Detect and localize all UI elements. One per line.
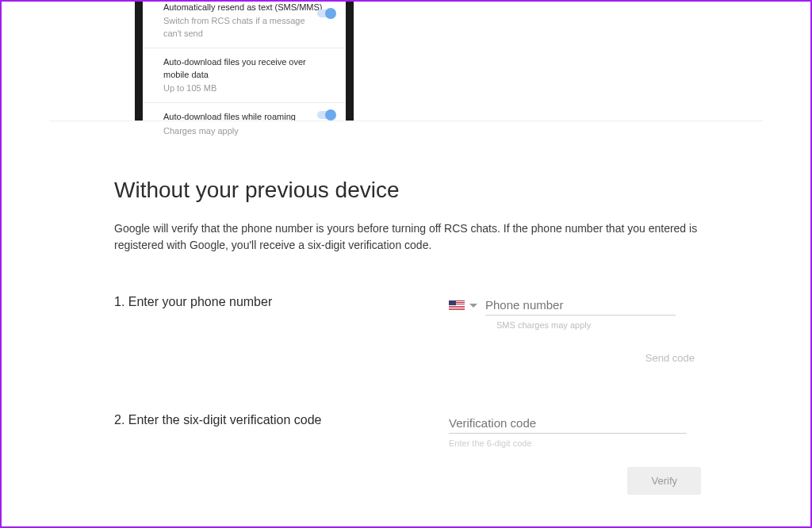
us-flag-icon[interactable] — [449, 300, 465, 310]
step2-label: 2. Enter the six-digit verification code — [114, 413, 449, 427]
chevron-down-icon[interactable] — [469, 304, 477, 308]
phone-field-group: SMS charges may apply Send code — [449, 295, 701, 369]
step-1: 1. Enter your phone number SMS charges m… — [114, 295, 701, 369]
step1-label: 1. Enter your phone number — [114, 295, 449, 309]
phone-mockup: Automatically resend as text (SMS/MMS) S… — [135, 2, 354, 121]
toggle-switch[interactable] — [317, 10, 335, 17]
setting-sub: Charges may apply — [163, 125, 306, 137]
section-description: Google will verify that the phone number… — [114, 220, 701, 254]
step-2: 2. Enter the six-digit verification code… — [114, 413, 701, 495]
code-field-group: Enter the 6-digit code Verify — [449, 413, 701, 495]
phone-helper-text: SMS charges may apply — [496, 320, 701, 330]
setting-sub: Up to 105 MB — [163, 82, 306, 94]
code-helper-text: Enter the 6-digit code — [449, 438, 701, 448]
send-code-button[interactable]: Send code — [639, 347, 701, 369]
verify-button[interactable]: Verify — [627, 467, 701, 495]
verification-code-input[interactable] — [449, 413, 687, 434]
setting-sub: Switch from RCS chats if a message can't… — [163, 15, 306, 40]
setting-title: Auto-download files you receive over mob… — [163, 56, 333, 81]
main-content: Without your previous device Google will… — [114, 178, 701, 495]
setting-title: Automatically resend as text (SMS/MMS) — [163, 2, 333, 13]
phone-input[interactable] — [485, 295, 676, 316]
setting-title: Auto-download files while roaming — [163, 111, 333, 123]
toggle-switch[interactable] — [317, 111, 335, 119]
setting-row: Automatically resend as text (SMS/MMS) S… — [143, 2, 346, 48]
setting-row: Auto-download files you receive over mob… — [143, 48, 346, 102]
divider — [49, 121, 763, 121]
section-heading: Without your previous device — [114, 178, 701, 203]
setting-row: Auto-download files while roaming Charge… — [143, 102, 346, 145]
